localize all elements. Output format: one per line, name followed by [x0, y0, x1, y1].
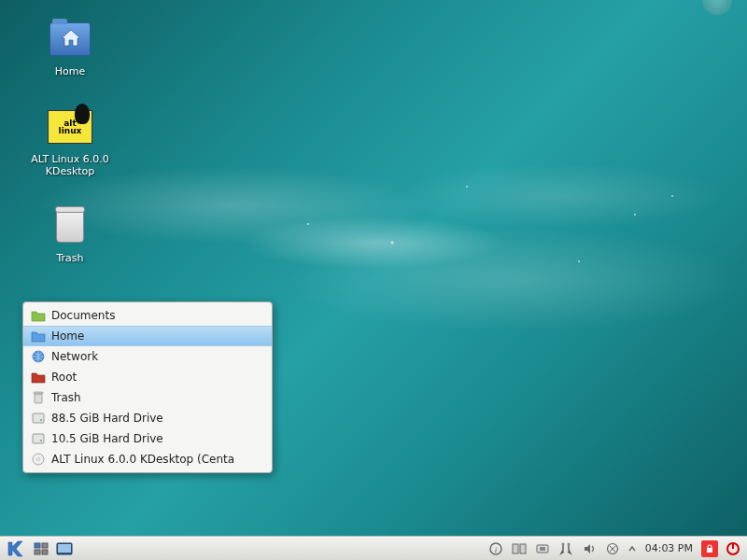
taskbar-panel: i 04:03 PM	[0, 536, 747, 560]
altlinux-logo-icon: alt linux	[48, 105, 92, 149]
desktop-icon-home[interactable]: Home	[28, 17, 112, 77]
svg-point-21	[561, 542, 564, 545]
svg-rect-20	[540, 547, 545, 551]
svg-rect-9	[35, 543, 40, 548]
folder-green-icon	[31, 308, 46, 323]
svg-rect-1	[35, 394, 42, 403]
menu-item-drive-2[interactable]: 10.5 GiB Hard Drive	[23, 428, 272, 449]
globe-icon	[31, 349, 46, 364]
desktop-area[interactable]: Home alt linux ALT Linux 6.0.0 KDesktop …	[0, 0, 747, 536]
svg-rect-24	[707, 548, 712, 553]
svg-rect-5	[33, 434, 44, 443]
volume-tray-icon[interactable]	[579, 539, 599, 558]
menu-item-documents[interactable]: Documents	[23, 305, 272, 326]
device-notifier-icon[interactable]	[532, 539, 553, 558]
network-tray-icon[interactable]	[602, 539, 623, 558]
lock-screen-button[interactable]	[699, 539, 720, 558]
klipper-tray-icon[interactable]	[556, 539, 576, 558]
svg-rect-3	[33, 413, 44, 423]
menu-item-label: Trash	[51, 391, 81, 404]
menu-item-label: Home	[51, 329, 84, 343]
disc-icon	[31, 452, 46, 467]
svg-rect-12	[42, 550, 48, 554]
menu-item-home[interactable]: Home	[23, 326, 272, 346]
svg-point-4	[40, 419, 42, 421]
menu-item-root[interactable]: Root	[23, 367, 272, 387]
svg-text:i: i	[494, 544, 497, 553]
desktop-icon-trash[interactable]: Trash	[28, 203, 112, 264]
systray-expand-arrow[interactable]	[626, 539, 639, 558]
menu-item-label: Network	[51, 350, 98, 363]
trash-small-icon	[31, 390, 46, 405]
folder-red-icon	[31, 370, 46, 385]
menu-item-trash[interactable]: Trash	[23, 387, 272, 408]
desktop-icon-label: Trash	[56, 252, 83, 264]
desktop-icon-label: ALT Linux 6.0.0 KDesktop	[28, 153, 112, 177]
info-tray-icon[interactable]: i	[486, 539, 506, 558]
menu-item-label: Documents	[51, 309, 115, 322]
logout-button[interactable]	[723, 539, 743, 558]
kde-kickoff-launcher[interactable]	[4, 539, 28, 559]
menu-item-drive-1[interactable]: 88.5 GiB Hard Drive	[23, 408, 272, 428]
harddrive-icon	[31, 431, 46, 446]
menu-item-label: 10.5 GiB Hard Drive	[51, 432, 163, 445]
svg-rect-18	[520, 544, 526, 553]
home-folder-icon	[48, 17, 92, 62]
svg-point-6	[40, 440, 42, 441]
menu-item-optical[interactable]: ALT Linux 6.0.0 KDesktop (Centa	[23, 449, 272, 469]
pager-tray-icon[interactable]	[509, 539, 529, 558]
menu-item-label: Root	[51, 371, 77, 384]
trash-icon	[48, 203, 92, 248]
svg-point-22	[567, 542, 570, 545]
show-desktop-button[interactable]	[54, 539, 75, 558]
folder-blue-icon	[31, 329, 46, 343]
desktop-icon-label: Home	[55, 65, 85, 77]
desktop-icon-altlinux[interactable]: alt linux ALT Linux 6.0.0 KDesktop	[28, 105, 112, 177]
svg-rect-11	[35, 550, 40, 554]
svg-rect-10	[42, 543, 48, 548]
activity-switcher-button[interactable]	[31, 539, 51, 558]
menu-item-network[interactable]: Network	[23, 346, 272, 367]
places-popup-menu: Documents Home Network Root Trash 88.5 G…	[22, 301, 273, 473]
harddrive-icon	[31, 411, 46, 426]
svg-rect-2	[34, 392, 43, 394]
menu-item-label: 88.5 GiB Hard Drive	[51, 412, 163, 425]
svg-point-8	[37, 458, 40, 461]
svg-rect-17	[513, 544, 518, 553]
menu-item-label: ALT Linux 6.0.0 KDesktop (Centa	[51, 453, 234, 466]
svg-rect-14	[58, 544, 71, 553]
panel-clock[interactable]: 04:03 PM	[641, 542, 697, 554]
